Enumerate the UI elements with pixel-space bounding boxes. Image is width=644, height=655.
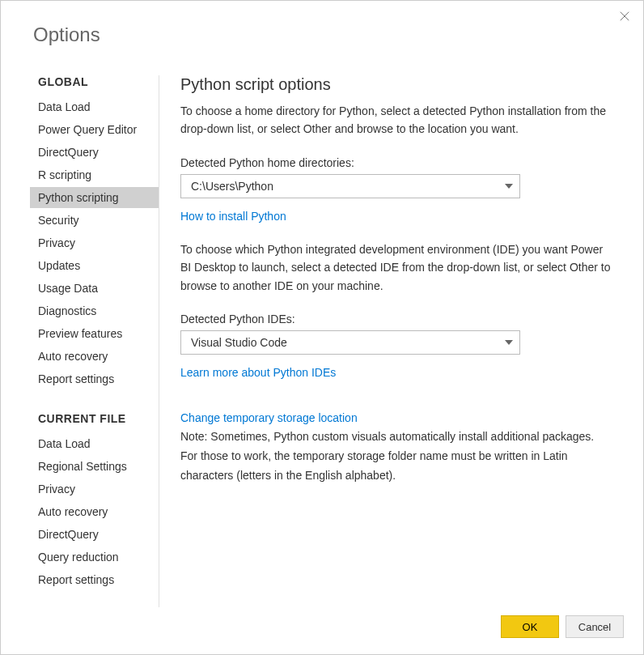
close-icon[interactable]: [619, 11, 632, 23]
dialog-title: Options: [1, 1, 643, 46]
sidebar-item-data-load[interactable]: Data Load: [30, 96, 159, 117]
sidebar-item-diagnostics[interactable]: Diagnostics: [30, 300, 159, 321]
sidebar-item-privacy[interactable]: Privacy: [30, 232, 159, 253]
sidebar-item-cf-privacy[interactable]: Privacy: [30, 478, 159, 500]
ide-dropdown[interactable]: Visual Studio Code: [180, 330, 520, 355]
sidebar-item-preview-features[interactable]: Preview features: [30, 323, 159, 344]
sidebar-item-python-scripting[interactable]: Python scripting: [30, 187, 159, 208]
ide-intro: To choose which Python integrated develo…: [180, 240, 614, 295]
install-python-link[interactable]: How to install Python: [180, 210, 286, 223]
sidebar-item-report-settings[interactable]: Report settings: [30, 368, 159, 389]
chevron-down-icon: [505, 182, 513, 190]
ide-label: Detected Python IDEs:: [180, 313, 614, 325]
svg-marker-3: [505, 340, 513, 345]
sidebar-item-cf-query-reduction[interactable]: Query reduction: [30, 547, 159, 568]
sidebar-item-power-query-editor[interactable]: Power Query Editor: [30, 119, 159, 140]
cancel-button[interactable]: Cancel: [566, 615, 624, 638]
sidebar-item-usage-data[interactable]: Usage Data: [30, 278, 159, 299]
home-dir-dropdown[interactable]: C:\Users\Python: [180, 174, 520, 198]
chevron-down-icon: [505, 338, 513, 347]
learn-ide-link[interactable]: Learn more about Python IDEs: [180, 366, 336, 379]
sidebar-item-security[interactable]: Security: [30, 210, 159, 231]
sidebar-section-current-file: CURRENT FILE Data Load Regional Settings…: [30, 412, 159, 590]
panel-title: Python script options: [180, 75, 614, 94]
home-dir-value: C:\Users\Python: [191, 180, 273, 193]
home-dir-label: Detected Python home directories:: [180, 156, 614, 169]
ok-button[interactable]: OK: [501, 615, 559, 638]
storage-location-link[interactable]: Change temporary storage location: [180, 411, 358, 424]
section-header-global: GLOBAL: [30, 75, 159, 88]
sidebar: GLOBAL Data Load Power Query Editor Dire…: [1, 75, 159, 607]
sidebar-item-cf-regional-settings[interactable]: Regional Settings: [30, 456, 159, 477]
sidebar-item-cf-data-load[interactable]: Data Load: [30, 433, 159, 454]
sidebar-item-cf-auto-recovery[interactable]: Auto recovery: [30, 501, 159, 522]
sidebar-item-cf-directquery[interactable]: DirectQuery: [30, 524, 159, 545]
section-header-current-file: CURRENT FILE: [30, 412, 159, 425]
main-panel: Python script options To choose a home d…: [159, 75, 643, 607]
content-area: GLOBAL Data Load Power Query Editor Dire…: [1, 75, 643, 607]
note-text: Note: Sometimes, Python custom visuals a…: [180, 427, 614, 485]
svg-marker-2: [505, 184, 513, 189]
sidebar-item-cf-report-settings[interactable]: Report settings: [30, 569, 159, 590]
sidebar-item-r-scripting[interactable]: R scripting: [30, 164, 159, 185]
ide-value: Visual Studio Code: [191, 336, 287, 349]
sidebar-section-global: GLOBAL Data Load Power Query Editor Dire…: [30, 75, 159, 389]
sidebar-item-auto-recovery[interactable]: Auto recovery: [30, 346, 159, 367]
button-bar: OK Cancel: [501, 615, 624, 638]
sidebar-item-updates[interactable]: Updates: [30, 255, 159, 276]
sidebar-item-directquery[interactable]: DirectQuery: [30, 142, 159, 163]
panel-intro: To choose a home directory for Python, s…: [180, 102, 614, 138]
